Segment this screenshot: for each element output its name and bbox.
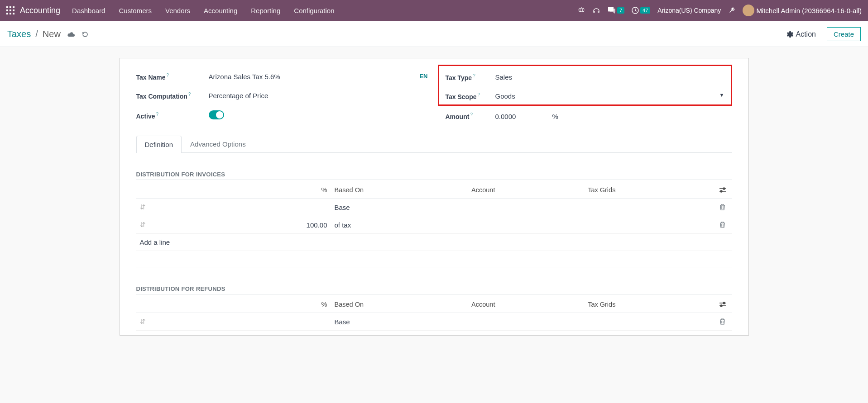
topbar: Accounting Dashboard Customers Vendors A… bbox=[0, 0, 868, 21]
col-account: Account bbox=[468, 296, 584, 313]
activities-badge: 47 bbox=[640, 7, 650, 14]
tools-icon[interactable] bbox=[728, 7, 735, 14]
cell-pct[interactable] bbox=[150, 313, 331, 331]
col-account: Account bbox=[468, 182, 584, 199]
unsaved-cloud-icon[interactable] bbox=[67, 31, 75, 38]
tax-computation-select[interactable]: Percentage of Price bbox=[209, 92, 431, 100]
tax-type-label: Tax Type bbox=[446, 74, 472, 81]
delete-row-icon[interactable] bbox=[716, 313, 732, 331]
cell-account[interactable] bbox=[468, 216, 584, 234]
action-label: Action bbox=[796, 30, 816, 38]
cell-tax-grids[interactable] bbox=[584, 216, 715, 234]
action-menu[interactable]: Action bbox=[787, 30, 816, 38]
cell-based-on[interactable]: Base bbox=[331, 313, 468, 331]
active-toggle[interactable] bbox=[209, 110, 224, 119]
app-brand[interactable]: Accounting bbox=[20, 6, 60, 15]
apps-icon[interactable] bbox=[6, 6, 14, 14]
tab-advanced[interactable]: Advanced Options bbox=[182, 135, 254, 152]
amount-unit: % bbox=[552, 113, 558, 120]
tax-name-input[interactable]: Arizona Sales Tax 5.6% bbox=[209, 73, 431, 81]
nav-accounting[interactable]: Accounting bbox=[204, 7, 237, 14]
cell-account[interactable] bbox=[468, 199, 584, 216]
drag-handle-icon[interactable]: ⇵ bbox=[136, 199, 150, 216]
svg-rect-2 bbox=[13, 6, 14, 8]
add-line-link[interactable]: Add a line bbox=[136, 234, 732, 251]
avatar bbox=[743, 5, 754, 16]
breadcrumb: Taxes / New bbox=[7, 29, 89, 39]
optional-fields-icon[interactable] bbox=[716, 296, 732, 313]
svg-rect-5 bbox=[13, 9, 14, 11]
col-based-on: Based On bbox=[331, 182, 468, 199]
svg-point-15 bbox=[723, 302, 725, 304]
cell-tax-grids[interactable] bbox=[584, 199, 715, 216]
debug-icon[interactable] bbox=[578, 7, 585, 14]
tax-name-label: Tax Name bbox=[136, 74, 166, 81]
delete-row-icon[interactable] bbox=[716, 199, 732, 216]
nav-links: Dashboard Customers Vendors Accounting R… bbox=[72, 7, 334, 14]
table-row[interactable]: ⇵ Base bbox=[136, 199, 732, 216]
amount-input[interactable]: 0.0000 bbox=[495, 113, 516, 120]
messages-badge: 7 bbox=[617, 7, 624, 14]
breadcrumb-sep: / bbox=[35, 29, 38, 39]
cell-account[interactable] bbox=[468, 313, 584, 331]
refunds-table: % Based On Account Tax Grids ⇵ Base bbox=[136, 296, 732, 331]
field-amount: Amount? 0.0000 % bbox=[438, 106, 732, 128]
nav-configuration[interactable]: Configuration bbox=[294, 7, 334, 14]
field-tax-scope: Tax Scope? Goods ▼ bbox=[446, 90, 724, 104]
company-switcher[interactable]: Arizona(US) Company bbox=[657, 7, 721, 14]
table-row[interactable]: ⇵ Base bbox=[136, 313, 732, 331]
table-row[interactable]: ⇵ 100.00 of tax bbox=[136, 216, 732, 234]
help-icon[interactable]: ? bbox=[478, 92, 480, 97]
cell-pct[interactable]: 100.00 bbox=[150, 216, 331, 234]
cell-based-on[interactable]: of tax bbox=[331, 216, 468, 234]
help-icon[interactable]: ? bbox=[167, 73, 169, 78]
chevron-down-icon: ▼ bbox=[719, 92, 724, 100]
nav-reporting[interactable]: Reporting bbox=[251, 7, 280, 14]
nav-vendors[interactable]: Vendors bbox=[165, 7, 190, 14]
activities-icon[interactable]: 47 bbox=[632, 7, 650, 14]
tax-type-select[interactable]: Sales bbox=[495, 73, 724, 81]
support-icon[interactable] bbox=[592, 7, 600, 14]
systray: 7 47 Arizona(US) Company Mitchell Admin … bbox=[578, 5, 862, 16]
svg-rect-0 bbox=[6, 6, 8, 8]
discard-icon[interactable] bbox=[82, 31, 89, 38]
active-label: Active bbox=[136, 113, 155, 120]
form-col-left: Tax Name? Arizona Sales Tax 5.6% EN Tax … bbox=[136, 70, 431, 129]
help-icon[interactable]: ? bbox=[156, 112, 159, 117]
cell-tax-grids[interactable] bbox=[584, 313, 715, 331]
help-icon[interactable]: ? bbox=[470, 112, 473, 117]
svg-rect-7 bbox=[10, 13, 11, 14]
highlighted-region: Tax Type? Sales Tax Scope? Goods ▼ bbox=[438, 65, 732, 106]
tabs: Definition Advanced Options bbox=[136, 135, 732, 153]
svg-point-11 bbox=[723, 188, 725, 190]
help-icon[interactable]: ? bbox=[473, 73, 475, 78]
delete-row-icon[interactable] bbox=[716, 216, 732, 234]
breadcrumb-current: New bbox=[43, 29, 61, 39]
col-based-on: Based On bbox=[331, 296, 468, 313]
field-tax-type: Tax Type? Sales bbox=[446, 71, 724, 90]
create-button[interactable]: Create bbox=[827, 27, 861, 41]
tab-definition[interactable]: Definition bbox=[136, 136, 182, 153]
svg-rect-8 bbox=[13, 13, 14, 14]
drag-handle-icon[interactable]: ⇵ bbox=[136, 216, 150, 234]
tax-computation-label: Tax Computation bbox=[136, 92, 187, 100]
invoices-table: % Based On Account Tax Grids ⇵ Base bbox=[136, 182, 732, 267]
user-menu[interactable]: Mitchell Admin (20366964-16-0-all) bbox=[743, 5, 862, 16]
breadcrumb-parent[interactable]: Taxes bbox=[7, 29, 31, 39]
help-icon[interactable]: ? bbox=[188, 92, 191, 97]
company-name: Arizona(US) Company bbox=[657, 7, 721, 14]
col-tax-grids: Tax Grids bbox=[584, 182, 715, 199]
nav-dashboard[interactable]: Dashboard bbox=[72, 7, 105, 14]
translate-button[interactable]: EN bbox=[419, 73, 427, 80]
messages-icon[interactable]: 7 bbox=[608, 7, 624, 14]
col-tax-grids: Tax Grids bbox=[584, 296, 715, 313]
drag-handle-icon[interactable]: ⇵ bbox=[136, 313, 150, 331]
tax-scope-label: Tax Scope bbox=[446, 93, 477, 100]
cell-based-on[interactable]: Base bbox=[331, 199, 468, 216]
control-panel: Taxes / New Action Create bbox=[0, 21, 868, 47]
cell-pct[interactable] bbox=[150, 199, 331, 216]
nav-customers[interactable]: Customers bbox=[119, 7, 152, 14]
optional-fields-icon[interactable] bbox=[716, 182, 732, 199]
tax-scope-select[interactable]: Goods ▼ bbox=[495, 92, 724, 100]
svg-rect-4 bbox=[10, 9, 11, 11]
